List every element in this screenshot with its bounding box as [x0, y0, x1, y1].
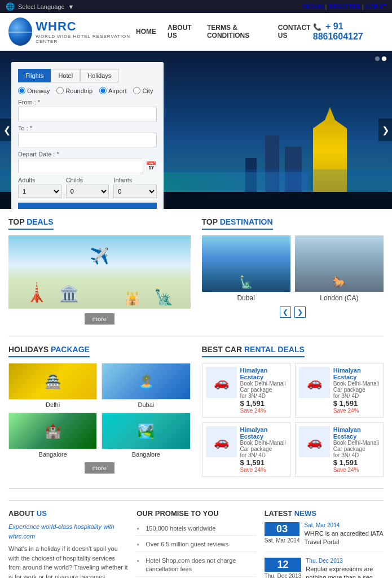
oneway-radio[interactable]: Oneway: [18, 87, 50, 94]
holidays-hl: PACKAGE: [51, 345, 90, 354]
slider-dot-1[interactable]: [375, 56, 380, 61]
news-day-1: 03: [265, 522, 300, 536]
hero-section: ❮ ❯ Flights Hotel Holidays Oneway Roundt…: [0, 51, 392, 209]
slider-dot-2[interactable]: [382, 56, 386, 61]
logo-subtitle: WORLD WIDE HOTEL RESERVATION CENTER: [36, 34, 136, 44]
news-headline-1: WHRC is an accredited IATA Travel Portal: [304, 529, 384, 547]
delhi-label: Delhi: [8, 401, 97, 408]
bangalore1-label: Bangalore: [8, 451, 97, 458]
adults-label: Adults: [18, 177, 61, 183]
adults-select[interactable]: 1234: [18, 185, 61, 198]
top-deals-title: TOP DEALS: [8, 217, 54, 230]
nav-contact[interactable]: CONTACT US: [278, 24, 313, 40]
nav-home[interactable]: HOME: [136, 28, 156, 36]
to-label: To : *: [18, 125, 157, 132]
childs-select[interactable]: 012: [66, 185, 109, 198]
car-info-4: Himalyan Ecstacy Book Delhi-Manali Car p…: [333, 426, 380, 473]
main-nav: HOME ABOUT US TERMS & CONDITIONS CONTACT…: [136, 24, 313, 40]
news-headline-2: Regular expressions are nothing more tha…: [306, 565, 384, 578]
register-link[interactable]: REGISTER: [328, 3, 360, 10]
car-info-3: Himalyan Ecstacy Book Delhi-Manali Car p…: [240, 426, 287, 473]
signin-link[interactable]: SIGNIN: [302, 3, 324, 10]
bangalore2-image: 🏞️: [102, 413, 190, 449]
london-label: London (CA): [295, 294, 384, 302]
dest-next-button[interactable]: ❯: [294, 306, 306, 318]
chevron-icon: ▼: [68, 3, 74, 10]
nav-about[interactable]: ABOUT US: [168, 24, 196, 40]
car-price-4: $ 1,591: [333, 458, 380, 467]
top-deals-hl: DEALS: [27, 217, 53, 226]
london-image: 🐎: [295, 235, 384, 292]
news-month-1: Sat, Mar 2014: [265, 537, 300, 544]
car-save-1: Save 24%: [240, 408, 287, 414]
news-date-1: 03 Sat, Mar 2014: [265, 522, 300, 547]
car-title-2: Himalyan Ecstacy: [333, 367, 380, 380]
news-text-1: Sat, Mar 2014 WHRC is an accredited IATA…: [304, 522, 384, 547]
about-body: What's in a holiday if it doesn't spoil …: [8, 544, 128, 578]
roundtrip-radio[interactable]: Roundtrip: [56, 87, 93, 94]
news-date-2: 12 Thu, Dec 2013: [265, 558, 302, 578]
phone-number: 📞 + 91 8861604127: [313, 21, 384, 42]
city-radio[interactable]: City: [133, 87, 153, 94]
car-item-2: 🚗 Himalyan Ecstacy Book Delhi-Manali Car…: [295, 363, 384, 418]
depart-field-row: Depart Date : * 📅: [18, 151, 157, 173]
calendar-icon[interactable]: 📅: [146, 161, 157, 172]
promise-item-2: Over 6.5 million guest reviews: [136, 538, 256, 551]
bangalore1-image: 🏰: [8, 413, 97, 449]
holiday-bangalore-2: 🏞️ Bangalore: [102, 413, 190, 458]
news-day-2: 12: [265, 558, 302, 572]
car-title-3: Himalyan Ecstacy: [240, 426, 287, 440]
car-pre: BEST CAR: [202, 345, 244, 354]
car-info-1: Himalyan Ecstacy Book Delhi-Manali Car p…: [240, 367, 287, 414]
dest-prev-button[interactable]: ❮: [280, 306, 291, 318]
from-input[interactable]: [18, 107, 157, 121]
car-desc-3: Book Delhi-Manali Car package: [240, 440, 287, 452]
colosseum-icon: 🏛️: [59, 284, 79, 303]
to-input[interactable]: [18, 133, 157, 147]
mosque-icon: 🕌: [125, 291, 140, 306]
about-title: ABOUT US: [8, 509, 128, 518]
plane-icon: ✈️: [90, 247, 109, 265]
dest-london: 🐎 London (CA): [295, 235, 384, 302]
search-flight-button[interactable]: SEARCH FLIGHT: [18, 203, 157, 209]
nav-terms[interactable]: TERMS & CONDITIONS: [207, 24, 267, 40]
car-rental-section: BEST CAR RENTAL DEALS 🚗 Himalyan Ecstacy…: [202, 345, 384, 477]
top-deals-more-button[interactable]: more: [85, 313, 114, 325]
agent-link[interactable]: AGENT: [365, 3, 386, 10]
logo[interactable]: WHRC WORLD WIDE HOTEL RESERVATION CENTER: [8, 17, 136, 46]
news-text-2: Thu, Dec 2013 Regular expressions are no…: [306, 558, 384, 578]
car-price-1: $ 1,591: [240, 399, 287, 408]
holiday-dubai: 🏝️ Dubai: [102, 363, 190, 408]
tower-icon: 🗼: [25, 282, 48, 303]
promise-section: OUR PROMISE TO YOU 150,000 hotels worldw…: [136, 509, 256, 578]
news-item-1: 03 Sat, Mar 2014 Sat, Mar 2014 WHRC is a…: [265, 522, 384, 552]
tab-flights[interactable]: Flights: [18, 69, 51, 82]
search-tabs: Flights Hotel Holidays: [18, 69, 157, 82]
delhi-image: 🏯: [8, 363, 97, 400]
top-dest-title: TOP DESTINATION: [202, 217, 273, 230]
tab-hotel[interactable]: Hotel: [51, 69, 80, 82]
car-item-1: 🚗 Himalyan Ecstacy Book Delhi-Manali Car…: [202, 363, 290, 418]
from-field-row: From : *: [18, 99, 157, 121]
about-hl: US: [37, 509, 47, 518]
language-selector[interactable]: 🌐 Select Language ▼: [6, 2, 74, 11]
bangalore2-label: Bangalore: [102, 451, 190, 458]
car-img-1: 🚗: [206, 367, 237, 398]
holidays-more-button[interactable]: more: [85, 462, 114, 474]
depart-input[interactable]: [18, 159, 143, 173]
horse-icon: 🐎: [332, 275, 346, 289]
car-dur-1: for 3N/ 4D: [240, 393, 287, 399]
childs-group: Childs 012: [66, 177, 109, 198]
car-rental-grid: 🚗 Himalyan Ecstacy Book Delhi-Manali Car…: [202, 363, 384, 477]
top-dest-hl: DESTINATION: [220, 217, 273, 226]
infants-select[interactable]: 012: [113, 185, 157, 198]
car-dur-2: for 3N/ 4D: [333, 393, 380, 399]
top-destination-section: TOP DESTINATION 🗽 Dubai 🐎 London (CA): [202, 217, 384, 325]
tab-holidays[interactable]: Holidays: [80, 69, 118, 82]
car-dur-4: for 3N/ 4D: [333, 452, 380, 458]
about-pre: ABOUT: [8, 509, 37, 518]
hero-next-arrow[interactable]: ❯: [378, 119, 392, 141]
car-rental-title: BEST CAR RENTAL DEALS: [202, 345, 305, 357]
top-bar: 🌐 Select Language ▼ SIGNIN | REGISTER | …: [0, 0, 392, 13]
airport-radio[interactable]: Airport: [99, 87, 126, 94]
